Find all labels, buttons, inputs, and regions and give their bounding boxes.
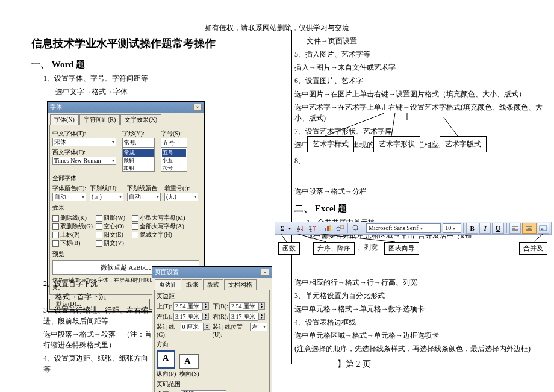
val-right[interactable]: 3.17 厘米 <box>229 313 258 321</box>
orient-portrait-icon[interactable] <box>157 350 175 369</box>
lbl-top: 上(T): <box>157 302 173 311</box>
item-1b: 选中文字→格式→字体 <box>55 86 284 97</box>
undercolor-select[interactable]: 自动 <box>127 193 161 201</box>
svg-line-1 <box>391 113 395 136</box>
underline-button[interactable]: U <box>492 223 503 234</box>
underline-select[interactable]: (无) <box>90 193 123 201</box>
cnfont-select[interactable]: 宋体 <box>52 138 116 146</box>
group-pages: 页码范围 <box>157 380 267 388</box>
cb-allcaps[interactable]: 全部大写字母(A) <box>132 222 192 231</box>
left-column: 信息技术学业水平测试操作题常考操作 一、 Word 题 1、设置字体、字号、字符… <box>31 36 284 97</box>
tab-spacing[interactable]: 字符间距(R) <box>79 114 120 125</box>
sum-icon[interactable]: Σ <box>277 223 288 234</box>
enfont-select[interactable]: Times New Roman <box>52 157 116 165</box>
tab-grid[interactable]: 文档网格 <box>224 279 257 290</box>
sort-desc-icon[interactable]: ZA <box>307 223 318 234</box>
val-top[interactable]: 2.54 厘米 <box>173 302 202 311</box>
cb-emboss[interactable]: 阳文(E) <box>96 231 132 239</box>
r-l2: 5、插入图片、艺术字等 <box>294 49 546 60</box>
cb-outline[interactable]: 空心(O) <box>96 222 132 231</box>
list-item[interactable]: 六号 <box>162 164 186 172</box>
fontcolor-select[interactable]: 自动 <box>52 193 86 201</box>
style-list[interactable]: 常规 倾斜 加粗 加粗 倾斜 <box>122 148 155 172</box>
svg-line-26 <box>534 234 543 242</box>
label-effects: 效果 <box>52 204 199 212</box>
lbl-gutpos: 装订线位置(U): <box>213 323 251 338</box>
lbl-landscape: 横向(S) <box>179 370 199 378</box>
dialog-tabs: 字体(N) 字符间距(R) 文字效果(X) <box>50 114 204 125</box>
callout-lines <box>301 113 494 140</box>
dialog-titlebar: 页面设置 × <box>152 267 272 278</box>
r-l3: 插入→图片→来自文件或艺术字 <box>294 62 546 73</box>
font-size-field[interactable]: 10 <box>443 223 461 233</box>
label-allfont: 全部字体 <box>52 174 199 182</box>
cb-sub[interactable]: 下标(B) <box>52 239 96 247</box>
sort-asc-icon[interactable]: AZ <box>295 223 306 234</box>
list-item[interactable]: 五号 <box>162 149 186 157</box>
page-title: 信息技术学业水平测试操作题常考操作 <box>31 36 284 51</box>
cb-super[interactable]: 上标(P) <box>52 231 96 239</box>
dialog-title: 页面设置 <box>155 268 179 276</box>
val-left[interactable]: 3.17 厘米 <box>173 313 202 321</box>
bold-button[interactable]: B <box>466 223 478 234</box>
label-fontcolor: 字体颜色(C): <box>52 184 86 193</box>
align-left-icon[interactable] <box>509 223 521 234</box>
emph-select[interactable]: (无) <box>164 193 198 201</box>
tab-effects[interactable]: 文字效果(X) <box>120 114 161 125</box>
lbl-portrait: 纵向(P) <box>157 370 176 378</box>
cb-smallcaps[interactable]: 小型大写字母(M) <box>132 214 192 222</box>
svg-text:Z: Z <box>297 229 300 232</box>
dialog-title: 字体 <box>50 103 62 111</box>
close-icon[interactable]: × <box>261 269 269 276</box>
list-item[interactable]: 常规 <box>123 149 154 157</box>
e7: 选中单元格区域→格式→单元格→边框选项卡 <box>294 330 546 341</box>
tab-margin[interactable]: 页边距 <box>155 279 181 290</box>
tab-font[interactable]: 字体(N) <box>50 114 79 125</box>
orient-landscape-icon[interactable] <box>179 354 199 369</box>
size-field[interactable]: 五号 <box>161 138 187 148</box>
left-items-continued: 2、设置首字下沉 格式→首字下沉 3、设置首行缩进、行距、左右缩进、段前段后间距… <box>31 276 152 375</box>
tab-paper[interactable]: 纸张 <box>182 279 202 290</box>
cb-dblstrike[interactable]: 双删除线(G) <box>52 222 96 231</box>
section-word: 一、 Word 题 <box>31 59 284 70</box>
cb-engrave[interactable]: 阴文(V) <box>96 239 132 247</box>
cb-shadow[interactable]: 阴影(W) <box>96 214 132 222</box>
item-3: 3、设置首行缩进、行距、左右缩进、段前段后间距等 <box>43 305 152 326</box>
svg-line-0 <box>325 113 384 136</box>
e5: 选中单元格→格式→单元格→数字选项卡 <box>294 303 546 314</box>
cb-hidden[interactable]: 隐藏文字(H) <box>132 231 192 239</box>
font-name-field[interactable]: Microsoft Sans Serif <box>366 223 441 233</box>
dialog-titlebar: 字体 × <box>48 102 204 113</box>
zoom-icon[interactable] <box>350 223 361 234</box>
e6: 4、设置表格边框线 <box>294 317 546 328</box>
r-l10: 选中段落→格式→分栏 <box>294 186 546 197</box>
svg-line-23 <box>281 234 287 242</box>
right-column: 文件→页面设置 5、插入图片、艺术字等 插入→图片→来自文件或艺术字 6、设置图… <box>294 33 546 354</box>
svg-point-13 <box>353 225 358 230</box>
cb-strike[interactable]: 删除线(K) <box>52 214 96 222</box>
tab-layout[interactable]: 版式 <box>203 279 223 290</box>
page-footer: 】第 2 页 <box>337 359 371 370</box>
chart-wizard-icon[interactable] <box>323 223 334 234</box>
excel-toolbar: Σ ▾ AZ ZA Microsoft Sans Serif 10 B I U … <box>275 222 552 235</box>
style-field[interactable]: 常规 <box>122 138 155 148</box>
list-item[interactable]: 小五 <box>162 157 186 164</box>
e4: 3、单元格设置为百分比形式 <box>294 290 546 301</box>
merge-center-icon[interactable]: a <box>538 223 549 234</box>
item-1: 1、设置字体、字号、字符间距等 <box>43 73 284 84</box>
list-item[interactable]: 倾斜 <box>123 157 154 164</box>
label-cnfont: 中文字体(T): <box>52 129 119 138</box>
list-item[interactable]: 加粗 <box>123 164 154 172</box>
svg-text:A: A <box>309 229 313 232</box>
svg-line-24 <box>296 234 326 242</box>
size-list[interactable]: 五号 小五 六号 小六 七号 <box>161 148 187 172</box>
item-2b: 格式→首字下沉 <box>55 291 152 302</box>
close-icon[interactable]: × <box>193 104 202 111</box>
val-gutter[interactable]: 0 厘米 <box>181 323 204 331</box>
align-center-icon[interactable] <box>522 223 536 234</box>
val-gutpos[interactable]: 左 <box>250 323 267 331</box>
italic-button[interactable]: I <box>479 223 491 234</box>
drawing-icon[interactable] <box>335 223 346 234</box>
val-bottom[interactable]: 2.54 厘米 <box>229 302 258 311</box>
svg-rect-9 <box>327 226 329 231</box>
